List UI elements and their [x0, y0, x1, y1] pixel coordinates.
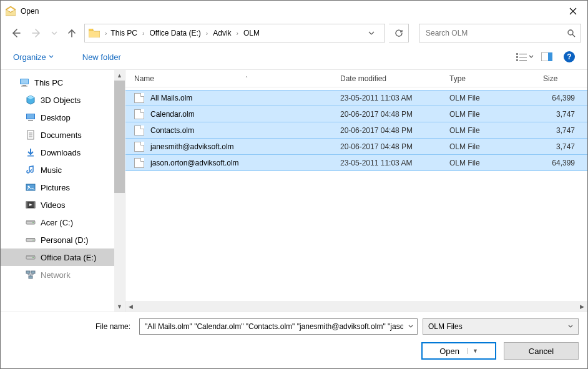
- this-pc-icon: [19, 77, 29, 87]
- file-date: 20-06-2017 04:48 PM: [340, 110, 449, 119]
- view-mode-button[interactable]: [516, 52, 534, 61]
- help-button[interactable]: ?: [560, 49, 579, 65]
- horizontal-scrollbar[interactable]: ◀ ▶: [125, 301, 587, 312]
- nav-item[interactable]: Acer (C:): [1, 214, 114, 231]
- svg-rect-15: [22, 85, 26, 86]
- column-name[interactable]: Name ˄: [134, 74, 340, 83]
- chevron-right-icon[interactable]: ›: [104, 30, 108, 37]
- nav-item-label: Acer (C:): [41, 218, 73, 227]
- file-area: Name ˄ Date modified Type Size All Mails…: [125, 70, 587, 312]
- scroll-up-icon[interactable]: ▲: [114, 70, 125, 81]
- chevron-down-icon: [49, 54, 54, 59]
- search-box[interactable]: [419, 24, 581, 42]
- file-icon: [134, 142, 144, 152]
- column-headers: Name ˄ Date modified Type Size: [125, 70, 587, 87]
- chevron-right-icon[interactable]: ›: [235, 30, 240, 37]
- open-split-dropdown[interactable]: ▼: [467, 348, 478, 354]
- breadcrumb-segment[interactable]: Advik: [210, 27, 233, 39]
- breadcrumb-bar[interactable]: › This PC›Office Data (E:)›Advik›OLM: [84, 24, 385, 42]
- help-icon: ?: [564, 51, 575, 62]
- file-date: 23-05-2011 11:03 AM: [340, 94, 449, 102]
- folder-icon: [89, 29, 100, 37]
- nav-item[interactable]: Pictures: [1, 179, 114, 196]
- file-row[interactable]: jason.orton@adviksoft.olm23-05-2011 11:0…: [125, 155, 587, 171]
- scroll-left-icon[interactable]: ◀: [125, 301, 136, 312]
- svg-rect-35: [26, 238, 35, 239]
- chevron-down-icon[interactable]: [404, 324, 413, 329]
- network-icon: [26, 270, 36, 280]
- nav-item-label: 3D Objects: [41, 96, 81, 105]
- file-type: OLM File: [449, 126, 543, 135]
- search-icon: [567, 29, 576, 37]
- nav-item-label: Downloads: [41, 148, 81, 157]
- scrollbar-thumb[interactable]: [114, 81, 125, 193]
- svg-rect-40: [31, 271, 35, 273]
- chevron-right-icon[interactable]: ›: [205, 30, 209, 37]
- file-row[interactable]: All Mails.olm23-05-2011 11:03 AMOLM File…: [125, 90, 587, 106]
- back-button[interactable]: [7, 24, 24, 42]
- file-type: OLM File: [449, 110, 543, 119]
- column-date[interactable]: Date modified: [340, 74, 449, 83]
- filename-label: File name:: [9, 322, 134, 331]
- nav-item[interactable]: Desktop: [1, 109, 114, 126]
- file-row[interactable]: Contacts.olm20-06-2017 04:48 PMOLM File3…: [125, 122, 587, 139]
- scroll-right-icon[interactable]: ▶: [577, 301, 587, 312]
- nav-item[interactable]: Documents: [1, 126, 114, 144]
- chevron-right-icon[interactable]: ›: [141, 30, 145, 37]
- forward-button[interactable]: [28, 24, 46, 42]
- cancel-button[interactable]: Cancel: [504, 342, 579, 360]
- column-size[interactable]: Size: [543, 74, 587, 83]
- breadcrumb-dropdown[interactable]: [365, 27, 378, 39]
- nav-item[interactable]: 3D Objects: [1, 91, 114, 109]
- column-type[interactable]: Type: [449, 74, 543, 83]
- new-folder-button[interactable]: New folder: [79, 50, 125, 64]
- nav-item[interactable]: Office Data (E:): [1, 248, 114, 266]
- nav-this-pc[interactable]: This PC: [1, 74, 114, 91]
- open-button[interactable]: Open ▼: [421, 342, 496, 360]
- nav-item[interactable]: Network: [1, 266, 114, 283]
- scroll-down-icon[interactable]: ▼: [114, 301, 125, 312]
- breadcrumb-segment[interactable]: Office Data (E:): [147, 27, 203, 39]
- nav-item[interactable]: Music: [1, 161, 114, 179]
- svg-rect-41: [29, 276, 32, 278]
- breadcrumb-segment[interactable]: OLM: [241, 27, 262, 39]
- filetype-filter[interactable]: OLM Files: [423, 318, 579, 335]
- file-row[interactable]: Calendar.olm20-06-2017 04:48 PMOLM File3…: [125, 106, 587, 122]
- filename-input[interactable]: [144, 322, 404, 332]
- nav-item-label: Office Data (E:): [41, 253, 96, 262]
- file-size: 64,399: [543, 159, 587, 167]
- file-date: 23-05-2011 11:03 AM: [340, 159, 449, 167]
- nav-item[interactable]: Personal (D:): [1, 231, 114, 248]
- nav-item[interactable]: Videos: [1, 196, 114, 214]
- file-name: Contacts.olm: [150, 126, 340, 135]
- drive-icon: [26, 235, 36, 245]
- preview-pane-button[interactable]: [537, 49, 556, 65]
- file-type: OLM File: [449, 94, 543, 102]
- recent-locations-dropdown[interactable]: [49, 24, 59, 42]
- svg-rect-9: [516, 59, 518, 61]
- file-name: jason.orton@adviksoft.olm: [150, 159, 340, 167]
- nav-item-label: Documents: [41, 130, 82, 140]
- svg-rect-16: [21, 86, 27, 87]
- file-name: All Mails.olm: [150, 94, 340, 102]
- file-icon: [134, 93, 144, 103]
- downloads-icon: [26, 147, 36, 157]
- file-type: OLM File: [449, 159, 543, 167]
- file-icon: [134, 125, 144, 135]
- svg-rect-33: [26, 239, 35, 242]
- nav-scrollbar[interactable]: ▲ ▼: [114, 70, 125, 312]
- close-button[interactable]: [559, 2, 587, 21]
- breadcrumb-segment[interactable]: This PC: [108, 27, 140, 39]
- organize-menu[interactable]: Organize: [9, 50, 57, 64]
- refresh-button[interactable]: [389, 24, 409, 42]
- svg-rect-27: [26, 202, 27, 208]
- search-input[interactable]: [424, 28, 567, 38]
- filename-combobox[interactable]: [139, 318, 418, 335]
- file-size: 64,399: [543, 94, 587, 102]
- up-button[interactable]: [63, 24, 81, 42]
- file-size: 3,747: [543, 142, 587, 151]
- file-row[interactable]: janesmith@adviksoft.olm20-06-2017 04:48 …: [125, 139, 587, 155]
- file-list[interactable]: All Mails.olm23-05-2011 11:03 AMOLM File…: [125, 87, 587, 301]
- nav-item[interactable]: Downloads: [1, 144, 114, 161]
- open-file-dialog: Open › This PC›Office Data (: [0, 0, 588, 369]
